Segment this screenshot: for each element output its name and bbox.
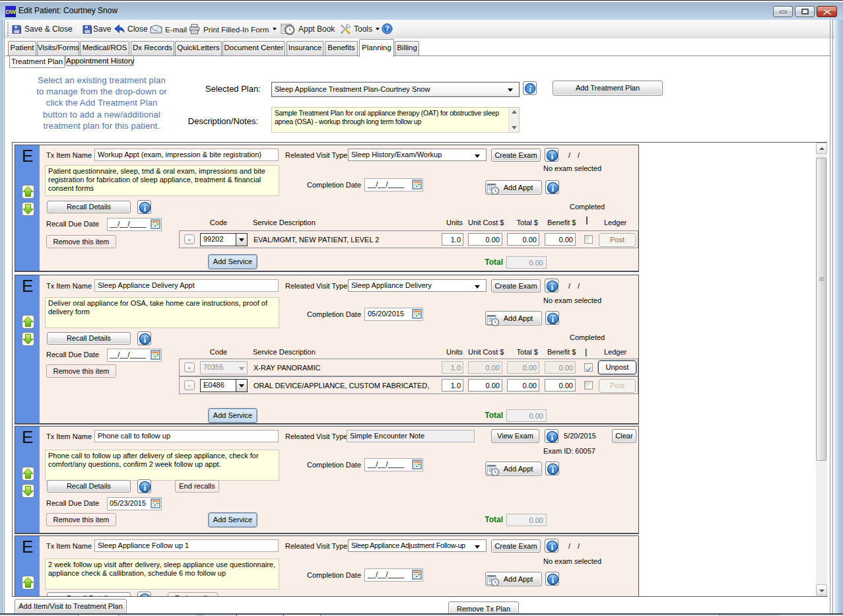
svg-text:?: ?	[385, 24, 389, 32]
